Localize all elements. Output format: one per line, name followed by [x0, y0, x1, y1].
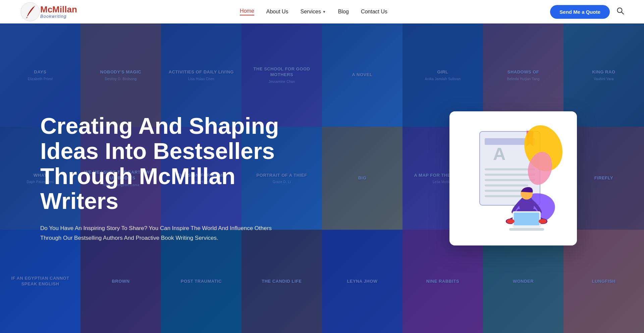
svg-rect-7 — [485, 174, 535, 176]
logo-brand: McMillan — [40, 5, 77, 14]
hero-text-block: Creating And Shaping Ideas Into Bestsell… — [40, 113, 302, 243]
logo-icon — [20, 2, 40, 22]
nav-contact[interactable]: Contact Us — [361, 9, 387, 15]
main-nav: Home About Us Services ▼ Blog Contact Us — [240, 8, 387, 15]
header: McMillan Bookwriting Home About Us Servi… — [0, 0, 644, 23]
svg-text:A: A — [493, 144, 506, 164]
hero-subtitle: Do You Have An Inspiring Story To Share?… — [40, 224, 272, 243]
hero-section: DAYSElizabeth Priest NOBODY'S MAGICDesti… — [0, 23, 644, 333]
nav-about[interactable]: About Us — [266, 9, 288, 15]
nav-home[interactable]: Home — [240, 8, 254, 15]
quote-button[interactable]: Send Me a Quote — [550, 5, 610, 19]
svg-line-2 — [622, 12, 624, 14]
svg-rect-8 — [485, 179, 535, 181]
hero-illustration-card: A — [449, 111, 577, 245]
svg-rect-21 — [514, 213, 539, 225]
chevron-down-icon: ▼ — [322, 10, 326, 14]
svg-rect-9 — [485, 184, 528, 186]
nav-blog[interactable]: Blog — [338, 9, 349, 15]
svg-rect-6 — [485, 168, 535, 170]
header-right: Send Me a Quote — [550, 5, 624, 19]
search-icon — [616, 7, 624, 14]
svg-point-23 — [506, 219, 515, 224]
nav-services-wrapper[interactable]: Services ▼ — [301, 9, 326, 15]
book-writing-illustration: A — [460, 121, 567, 235]
svg-rect-11 — [485, 195, 522, 197]
logo-text: McMillan Bookwriting — [40, 5, 77, 19]
logo-tagline: Bookwriting — [40, 14, 77, 19]
logo[interactable]: McMillan Bookwriting — [20, 2, 77, 22]
hero-title: Creating And Shaping Ideas Into Bestsell… — [40, 113, 302, 214]
nav-services[interactable]: Services — [301, 9, 321, 15]
search-button[interactable] — [616, 7, 624, 16]
svg-rect-22 — [509, 228, 544, 231]
svg-point-24 — [539, 219, 547, 224]
